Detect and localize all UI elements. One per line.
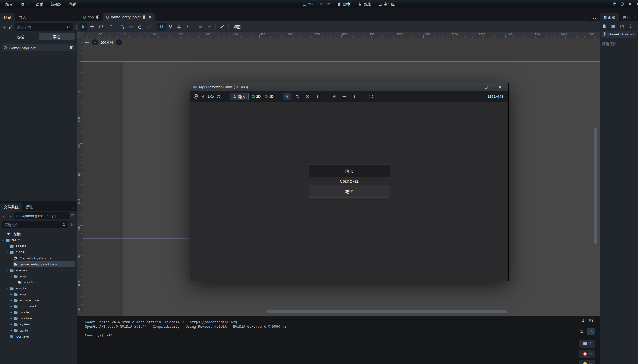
scene-dock-tab-场景[interactable]: 场景 [0,13,15,21]
minimize-icon[interactable]: ─ [467,83,478,91]
stop-button[interactable] [636,2,638,6]
tool-pan-hand[interactable] [136,23,144,31]
split-view-icon[interactable] [70,214,75,218]
speed-label[interactable]: 1.0x [207,94,214,99]
game-window-titlebar[interactable]: MyGFrameworkGame (DEBUG) ─ ▢ ✕ [190,83,508,91]
file-tree-item-res://[interactable]: ▾res:// [0,237,77,243]
menu-调试[interactable]: 调试 [32,1,46,8]
file-tree-item-game_entry_point.tscn[interactable]: game_entry_point.tscn [0,261,77,267]
camera-menu-icon[interactable] [351,93,358,100]
zoom-in-button[interactable]: + [116,39,122,45]
load-resource-button[interactable] [611,24,615,28]
horizontal-scrollbar[interactable] [266,310,507,313]
file-tree-item-module[interactable]: ▸module [0,315,77,321]
tree-right-icon[interactable]: ▸ [10,293,13,295]
tree-down-icon[interactable]: ▾ [2,239,4,241]
file-tree-item-scripts[interactable]: ▾scripts [0,285,77,291]
maximize-icon[interactable]: ▢ [480,83,492,91]
copy-output-button[interactable] [589,318,593,323]
embed-fullscreen-icon[interactable] [367,93,375,100]
file-tree-item-command[interactable]: ▸command [0,303,77,309]
workspace-button-游戏[interactable]: 游戏 [355,1,373,8]
scene-tab-game_entry_point[interactable]: game_entry_point [103,13,155,21]
tool-dots[interactable] [184,23,192,31]
file-tree-item-architecture[interactable]: ▸architecture [0,297,77,303]
mode-3d-button[interactable]: 3D [264,94,274,99]
history-forward-icon[interactable]: › [8,214,13,218]
menu-编辑器[interactable]: 编辑器 [47,1,65,8]
tool-scale[interactable] [105,23,114,31]
menu-项目[interactable]: 项目 [17,1,31,8]
center-view-icon[interactable] [85,40,89,45]
tool-list-select[interactable] [118,23,126,31]
input-mode-button[interactable]: 输入 [230,93,249,100]
file-filter-input[interactable] [4,221,61,228]
tree-down-icon[interactable]: ▾ [6,269,8,271]
file-tree-item-model[interactable]: ▸model [0,309,77,315]
build-button[interactable] [612,2,616,6]
filesystem-tab-文件系统[interactable]: 文件系统 [0,203,22,211]
tool-group[interactable] [205,23,213,31]
node-filter-box[interactable] [15,23,73,31]
scene-dock-tab-导入[interactable]: 导入 [15,13,30,21]
view-menu[interactable]: 视图 [231,23,243,31]
tree-right-icon[interactable]: ▸ [10,311,13,313]
tool-rotate[interactable] [97,23,105,31]
warning-count-badge[interactable]: 0 [579,360,595,364]
tool-grid[interactable] [175,23,183,31]
add-node-icon[interactable] [2,25,6,29]
pause-button[interactable] [628,2,632,6]
workspace-button-资产库[interactable]: 资产库 [376,1,397,8]
tool-snap-cursor[interactable] [127,23,135,31]
file-tree-item-system[interactable]: ▸system [0,321,77,327]
tool-select-cursor[interactable] [79,23,87,31]
inspector-node-row[interactable]: GameEntryPoint [601,31,637,38]
favorites-row[interactable]: 收藏： [0,231,77,237]
audio-mute-button[interactable] [330,93,338,100]
tree-right-icon[interactable]: ▸ [10,299,13,301]
property-filter[interactable]: 筛选属性 [600,38,638,46]
file-filter-box[interactable] [2,221,68,228]
workspace-button-2D[interactable]: 2D [300,1,315,7]
camera-override-button[interactable] [304,93,311,100]
game-list-select-button[interactable] [294,93,301,100]
zoom-level[interactable]: 100.0 % [100,40,113,45]
suspend-icon[interactable] [193,94,198,99]
tree-right-icon[interactable]: ▸ [10,305,13,307]
workspace-button-3D[interactable]: 3D [317,1,333,7]
inspector-tab-menu-icon[interactable] [634,16,638,20]
zoom-out-button[interactable]: − [92,39,98,45]
clear-output-button[interactable] [581,318,586,323]
file-tree-item-global[interactable]: ▾global [0,249,77,255]
filesystem-tab-历史[interactable]: 历史 [22,203,37,211]
next-frame-icon[interactable] [201,94,205,99]
output-search-button[interactable] [587,328,595,335]
tree-down-icon[interactable]: ▾ [6,287,8,289]
increase-button[interactable]: 增加 [309,164,390,177]
tree-down-icon[interactable]: ▾ [6,251,8,253]
tool-ruler-triangle[interactable] [144,23,153,31]
workspace-button-脚本[interactable]: 脚本 [335,1,353,8]
restart-button[interactable] [620,2,624,6]
close-icon[interactable] [148,15,152,19]
tool-magnet[interactable] [166,23,174,31]
add-scene-tab-icon[interactable] [157,15,161,19]
file-tree-item-scenes[interactable]: ▾scenes [0,267,77,273]
inspector-tab-检查器[interactable]: 检查器 [600,13,619,21]
tool-bone[interactable] [218,23,226,31]
save-resource-button[interactable] [620,24,624,28]
error-count-badge[interactable]: 0 [579,350,595,358]
node-filter-input[interactable] [17,24,65,30]
file-tree-item-utility[interactable]: ▸utility [0,327,77,333]
tree-down-icon[interactable]: ▾ [10,275,13,277]
file-tree-item-icon.svg[interactable]: icon.svg [0,333,77,339]
remote-tab[interactable]: 远程 [2,34,39,39]
inspector-tab-信号[interactable]: 信号 [619,13,634,21]
tool-move[interactable] [88,23,96,31]
tool-lock[interactable] [196,23,205,31]
file-tree-item-app.tscn[interactable]: app.tscn [0,279,77,285]
vertical-scrollbar[interactable] [594,128,597,244]
tree-right-icon[interactable]: ▸ [10,323,13,325]
decrease-button[interactable]: 减少 [309,185,390,198]
distraction-free-icon[interactable] [593,15,596,19]
